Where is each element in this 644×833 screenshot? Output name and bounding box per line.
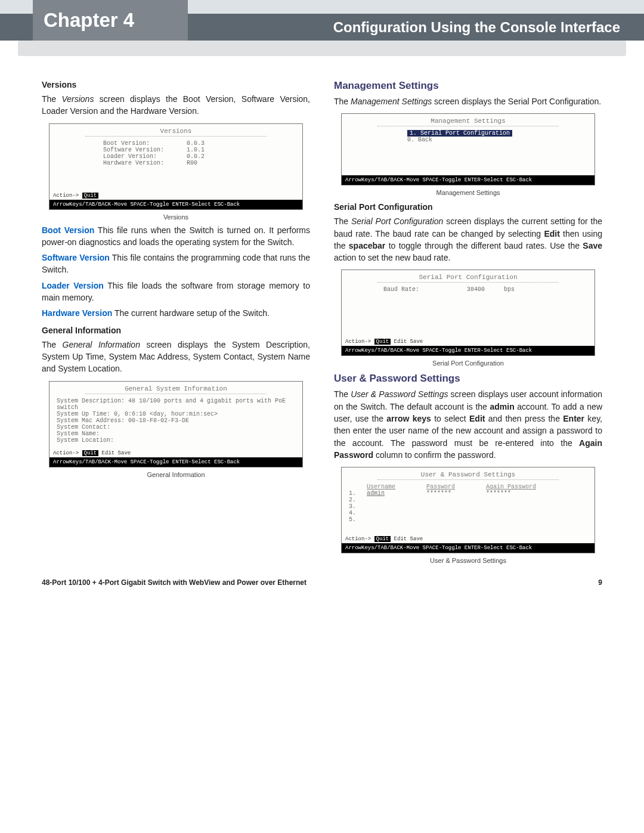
terminal-action: Action-> Quit Edit Save — [342, 535, 595, 543]
text: to select — [431, 414, 469, 423]
serial-heading: Serial Port Configuration — [334, 202, 602, 212]
num: 1. — [349, 490, 361, 497]
mgmt-terminal: Management Settings 1. Serial Port Confi… — [341, 113, 595, 185]
action-quit: Quit — [374, 536, 391, 542]
username: admin — [367, 490, 420, 497]
bold: Edit — [469, 414, 485, 423]
header-shadow — [18, 41, 626, 56]
bold: spacebar — [349, 241, 385, 250]
value: 0.0.2 — [187, 153, 205, 160]
bold: Enter — [563, 414, 584, 423]
terminal-separator — [377, 282, 559, 283]
definition: The current hardware setup of the Switch… — [112, 308, 270, 318]
terminal-body: Boot Version:0.0.3 Software Version:1.0.… — [49, 140, 302, 191]
table-row: Hardware Version:R00 — [103, 160, 295, 166]
text-italic: Versions — [61, 94, 94, 104]
header-band: Chapter 4 Configuration Using the Consol… — [0, 0, 644, 41]
key: Software Version: — [103, 147, 181, 153]
value: 0.0.3 — [187, 140, 205, 147]
num: 4. — [349, 510, 361, 516]
mgmt-heading: Management Settings — [334, 80, 602, 92]
chapter-label: Chapter 4 — [44, 9, 134, 32]
term: Hardware Version — [42, 308, 112, 318]
user-terminal: User & Password Settings Username Passwo… — [341, 467, 595, 553]
line: System Location: — [57, 437, 295, 444]
content-columns: Versions The Versions screen displays th… — [0, 56, 644, 572]
versions-heading: Versions — [42, 80, 310, 89]
terminal-body: System Description: 48 10/100 ports and … — [49, 398, 302, 449]
bold: arrow keys — [386, 414, 431, 423]
term: Loader Version — [42, 281, 104, 290]
terminal-footer: ArrowKeys/TAB/BACK-Move SPACE-Toggle ENT… — [342, 543, 595, 553]
text: The — [42, 94, 61, 104]
terminal-body: Username Password Again Password 1.admin… — [342, 484, 595, 535]
option-selected: 1. Serial Port Configuration — [407, 130, 512, 137]
text: screen displays the Serial Port Configur… — [432, 97, 601, 106]
right-column: Management Settings The Management Setti… — [334, 74, 602, 566]
term: Boot Version — [42, 225, 94, 235]
line: System Mac Address: 00-18-F8-02-F3-DE — [57, 417, 295, 424]
def-loader: Loader Version This file loads the softw… — [42, 280, 310, 304]
again: ******* — [486, 490, 511, 497]
menu-item: 0. Back — [407, 137, 587, 143]
num: 2. — [349, 497, 361, 503]
terminal-body: Baud Rate: 38400 bps — [342, 286, 595, 337]
bold: Save — [583, 241, 602, 250]
terminal-footer: ArrowKeys/TAB/BACK-Move SPACE-Toggle ENT… — [49, 457, 302, 467]
def-software: Software Version This file contains the … — [42, 252, 310, 276]
figure-caption: Serial Port Configuration — [341, 360, 595, 367]
table-header: Username Password Again Password — [349, 484, 587, 490]
terminal-separator — [377, 126, 559, 126]
general-figure: General System Information System Descri… — [49, 381, 303, 478]
terminal-footer: ArrowKeys/TAB/BACK-Move SPACE-Toggle ENT… — [342, 346, 595, 355]
table-row: 2. — [349, 497, 587, 503]
blank — [349, 484, 361, 490]
table-row: Baud Rate: 38400 bps — [383, 286, 587, 293]
action-quit: Quit — [82, 193, 99, 199]
footer-page: 9 — [598, 578, 602, 587]
text: The — [334, 216, 351, 226]
mgmt-figure: Management Settings 1. Serial Port Confi… — [341, 113, 595, 196]
table-row: Loader Version:0.0.2 — [103, 153, 295, 160]
text: The — [42, 340, 63, 349]
user-figure: User & Password Settings Username Passwo… — [341, 467, 595, 564]
terminal-action: Action-> Quit Edit Save — [342, 337, 595, 346]
key: Baud Rate: — [383, 286, 461, 293]
line: System Up Time: 0, 0:6:10 <day, hour:min… — [57, 411, 295, 417]
user-heading: User & Password Settings — [334, 373, 602, 385]
line: System Name: — [57, 431, 295, 437]
value: 38400 — [467, 286, 485, 293]
unit: bps — [504, 286, 515, 293]
terminal-title: Management Settings — [342, 114, 595, 125]
value: 1.0.1 — [187, 147, 205, 153]
versions-terminal: Versions Boot Version:0.0.3 Software Ver… — [49, 123, 303, 210]
terminal-title: Versions — [49, 124, 302, 135]
table-row: 3. — [349, 503, 587, 510]
col-again: Again Password — [486, 484, 536, 490]
figure-caption: User & Password Settings — [341, 557, 595, 564]
num: 5. — [349, 516, 361, 523]
term: Software Version — [42, 253, 110, 262]
num: 3. — [349, 503, 361, 510]
page-footer: 48-Port 10/100 + 4-Port Gigabit Switch w… — [0, 572, 644, 605]
text-italic: Management Settings — [351, 97, 432, 106]
serial-figure: Serial Port Configuration Baud Rate: 384… — [341, 270, 595, 367]
chapter-tab: Chapter 4 — [33, 0, 188, 41]
def-hardware: Hardware Version The current hardware se… — [42, 307, 310, 319]
terminal-footer: ArrowKeys/TAB/BACK-Move SPACE-Toggle ENT… — [342, 175, 595, 185]
terminal-title: User & Password Settings — [342, 467, 595, 478]
menu-item-selected: 1. Serial Port Configuration — [407, 130, 587, 137]
action-quit: Quit — [374, 339, 391, 345]
col-username: Username — [367, 484, 420, 490]
header-title: Configuration Using the Console Interfac… — [333, 14, 620, 41]
figure-caption: Management Settings — [341, 189, 595, 196]
terminal-title: Serial Port Configuration — [342, 270, 595, 281]
figure-caption: General Information — [49, 471, 303, 478]
left-column: Versions The Versions screen displays th… — [42, 74, 310, 566]
versions-figure: Versions Boot Version:0.0.3 Software Ver… — [49, 123, 303, 221]
bold: admin — [490, 402, 514, 411]
password: ******* — [426, 490, 480, 497]
terminal-separator — [85, 136, 267, 137]
terminal-body: 1. Serial Port Configuration 0. Back — [342, 130, 595, 175]
serial-terminal: Serial Port Configuration Baud Rate: 384… — [341, 270, 595, 356]
